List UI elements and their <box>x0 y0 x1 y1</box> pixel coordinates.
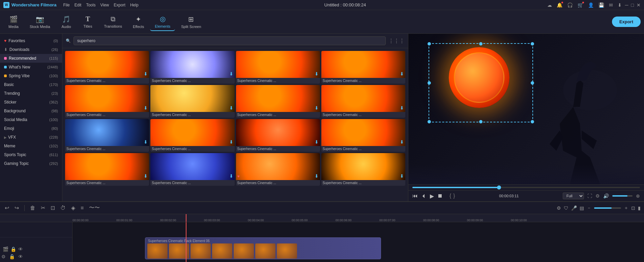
sidebar-item-vfx[interactable]: ▶ VFX (228) <box>0 133 62 142</box>
timeline-zoom-slider[interactable] <box>594 207 621 209</box>
play-button[interactable]: ▶ <box>430 193 434 199</box>
tool-transitions[interactable]: ⧉ Transitions <box>99 13 127 30</box>
sidebar-item-background[interactable]: Background (98) <box>0 107 62 115</box>
list-item[interactable]: ⬇ Superheroes Cinematic ... <box>321 51 405 84</box>
mic-icon[interactable]: 🎤 <box>571 205 577 211</box>
cut-button[interactable]: ✂ <box>39 204 47 212</box>
tool-media[interactable]: 🎬 Media <box>3 13 24 31</box>
minimize-button[interactable]: ─ <box>625 2 628 8</box>
grid-options-icon[interactable]: ⋮⋮⋮ <box>388 38 405 44</box>
eye-bottom-icon[interactable]: 👁 <box>18 254 23 259</box>
tool-audio[interactable]: 🎵 Audio <box>56 13 77 31</box>
handle-top-right[interactable] <box>531 42 534 46</box>
cloud-icon[interactable]: ☁ <box>547 2 552 8</box>
tool-split-screen[interactable]: ⊞ Split Screen <box>176 13 206 31</box>
sidebar-item-springvibe[interactable]: Spring Vibe (100) <box>0 71 62 80</box>
lock-bottom-icon[interactable]: 🔒 <box>9 254 15 259</box>
handle-top-middle[interactable] <box>479 42 482 46</box>
bell-icon[interactable]: 🔔 <box>557 2 562 8</box>
handle-bottom-left[interactable] <box>428 120 431 123</box>
sidebar-item-whatsnew[interactable]: What's New (2448) <box>0 63 62 71</box>
delete-button[interactable]: 🗑 <box>29 204 37 212</box>
redo-button[interactable]: ↪ <box>13 204 20 212</box>
mail-icon[interactable]: ✉ <box>609 2 613 8</box>
tool-elements[interactable]: ◎ Elements <box>150 13 175 31</box>
list-item[interactable]: ⬇ Superheroes Cinematic ... <box>150 153 234 186</box>
list-item[interactable]: ⬇ Superheroes Cinematic ... <box>65 51 149 84</box>
list-item[interactable]: ⬇ Superheroes Cinematic ... <box>321 153 405 186</box>
sidebar-item-gaming[interactable]: Gaming Topic (292) <box>0 159 62 168</box>
list-item[interactable]: ⬇ Superheroes Cinematic ... <box>236 85 320 118</box>
tool-effects[interactable]: ✦ Effects <box>128 13 149 31</box>
list-item[interactable]: ⬇ Superheroes Cinematic ... <box>65 119 149 152</box>
menu-file[interactable]: File <box>63 3 69 7</box>
progress-bar[interactable] <box>412 187 640 188</box>
handle-bottom-middle[interactable] <box>479 120 482 123</box>
list-item[interactable]: ⬇ Superheroes Cinematic ... <box>321 119 405 152</box>
eye-track-icon[interactable]: 👁 <box>18 246 23 252</box>
sidebar-item-social-media[interactable]: Social Media (100) <box>0 115 62 124</box>
list-item[interactable]: ⬇ Superheroes Cinematic ... <box>150 51 234 84</box>
tool-stock-media[interactable]: 📷 Stock Media <box>25 13 55 31</box>
list-item[interactable]: ⬇ Superheroes Cinematic ... <box>236 119 320 152</box>
sidebar-item-emoji[interactable]: Emoji (80) <box>0 124 62 133</box>
list-item[interactable]: ⬇ Superheroes Cinematic ... <box>65 85 149 118</box>
fit-icon[interactable]: ⊡ <box>631 205 635 211</box>
prev-frame-button[interactable]: ⏮ <box>412 193 418 199</box>
handle-top-left[interactable] <box>428 42 431 46</box>
sidebar-item-favorites[interactable]: ♥ Favorites (0) <box>0 36 62 45</box>
stop-button[interactable]: ⏹ <box>437 193 443 199</box>
menu-edit[interactable]: Edit <box>75 3 82 7</box>
timeline-playhead[interactable] <box>186 222 186 262</box>
subtitle-icon[interactable]: ▤ <box>580 205 584 211</box>
sidebar-item-downloads[interactable]: ⬇ Downloads (26) <box>0 45 62 54</box>
sidebar-item-trending[interactable]: Trending (23) <box>0 89 62 98</box>
download-icon[interactable]: ⬇ <box>618 2 622 8</box>
fullscreen-icon[interactable]: ⛶ <box>587 193 592 199</box>
audio-waveform-button[interactable]: 〜〜 <box>88 204 101 212</box>
add-to-timeline-icon[interactable]: ⊕ <box>636 193 640 199</box>
sidebar-item-meme[interactable]: Meme (102) <box>0 142 62 150</box>
handle-middle-left[interactable] <box>428 81 431 85</box>
menu-view[interactable]: View <box>100 3 109 7</box>
speed-button[interactable]: ⏱ <box>59 204 67 212</box>
list-item[interactable]: ⬇ Superheroes Cinematic ... <box>236 51 320 84</box>
volume-icon[interactable]: 🔊 <box>603 193 609 199</box>
shield-icon[interactable]: 🛡 <box>564 205 568 211</box>
menu-help[interactable]: Help <box>130 3 139 7</box>
menu-tools[interactable]: Tools <box>86 3 95 7</box>
crop-button[interactable]: ⊡ <box>49 204 56 212</box>
sidebar-item-basic[interactable]: Basic (170) <box>0 80 62 89</box>
settings-icon[interactable]: ⚙ <box>595 193 600 199</box>
undo-button[interactable]: ↩ <box>3 204 10 212</box>
progress-thumb[interactable] <box>497 185 501 190</box>
audio-detach-button[interactable]: ≡ <box>79 204 85 212</box>
zoom-select[interactable]: Full 50% 75% 100% <box>563 193 584 199</box>
sidebar-item-recommended[interactable]: Recommended (115) <box>0 54 62 63</box>
list-item[interactable]: ⬇ Superheroes Cinematic ... <box>150 119 234 152</box>
color-button[interactable]: ◈ <box>70 204 77 212</box>
list-item[interactable]: ⬇ Superheroes Cinematic ... <box>150 85 234 118</box>
lock-track-icon[interactable]: 🔒 <box>10 246 16 252</box>
sidebar-item-sticker[interactable]: Sticker (362) <box>0 98 62 107</box>
maximize-button[interactable]: □ <box>631 2 634 8</box>
zoom-out-icon[interactable]: － <box>587 205 591 211</box>
zoom-in-icon[interactable]: ＋ <box>624 205 628 211</box>
video-clip[interactable]: Superheroes Cinematic Pack Element 06 <box>145 237 381 259</box>
sidebar-item-sports[interactable]: Sports Topic (611) <box>0 150 62 159</box>
step-back-button[interactable]: ⏴ <box>421 193 427 199</box>
cart-icon[interactable]: 🛒 <box>578 2 583 8</box>
settings-bottom-icon[interactable]: ⚙ <box>1 254 6 259</box>
list-item[interactable]: ⬇ Superheroes Cinematic ... <box>65 153 149 186</box>
panel-toggle-icon[interactable]: ▮ <box>638 205 641 211</box>
user-icon[interactable]: 👤 <box>588 2 594 8</box>
list-item[interactable]: ♥ ⬇ Superheroes Cinematic ... <box>236 153 320 186</box>
settings-icon[interactable]: ⚙ <box>557 205 561 211</box>
headset-icon[interactable]: 🎧 <box>567 2 573 8</box>
search-input[interactable] <box>74 36 386 45</box>
close-button[interactable]: ✕ <box>637 2 641 8</box>
menu-export[interactable]: Export <box>114 3 125 7</box>
save-icon[interactable]: 💾 <box>598 2 604 8</box>
volume-slider[interactable] <box>612 195 633 197</box>
export-button[interactable]: Export <box>612 17 641 27</box>
